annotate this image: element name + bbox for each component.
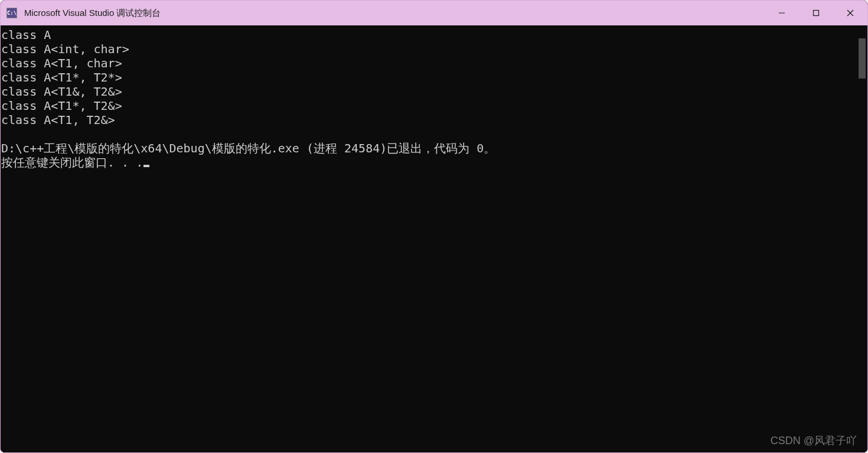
- titlebar[interactable]: C:\ Microsoft Visual Studio 调试控制台: [1, 1, 867, 25]
- app-icon: C:\: [6, 8, 17, 18]
- svg-rect-1: [814, 11, 819, 16]
- window-title: Microsoft Visual Studio 调试控制台: [24, 8, 765, 19]
- console-output[interactable]: class A class A<int, char> class A<T1, c…: [1, 25, 857, 452]
- minimize-button[interactable]: [765, 1, 799, 25]
- maximize-button[interactable]: [799, 1, 833, 25]
- console-area: class A class A<int, char> class A<T1, c…: [1, 25, 867, 452]
- console-window: C:\ Microsoft Visual Studio 调试控制台 class …: [0, 0, 868, 453]
- close-button[interactable]: [833, 1, 867, 25]
- prompt-line: 按任意键关闭此窗口. . .: [1, 155, 143, 170]
- close-icon: [846, 9, 854, 17]
- watermark-text: CSDN @风君子吖: [771, 434, 857, 448]
- minimize-icon: [778, 9, 785, 17]
- scrollbar-thumb[interactable]: [859, 38, 866, 79]
- vertical-scrollbar[interactable]: [857, 25, 867, 452]
- maximize-icon: [812, 9, 820, 17]
- window-controls: [765, 1, 867, 25]
- text-cursor: [143, 165, 149, 167]
